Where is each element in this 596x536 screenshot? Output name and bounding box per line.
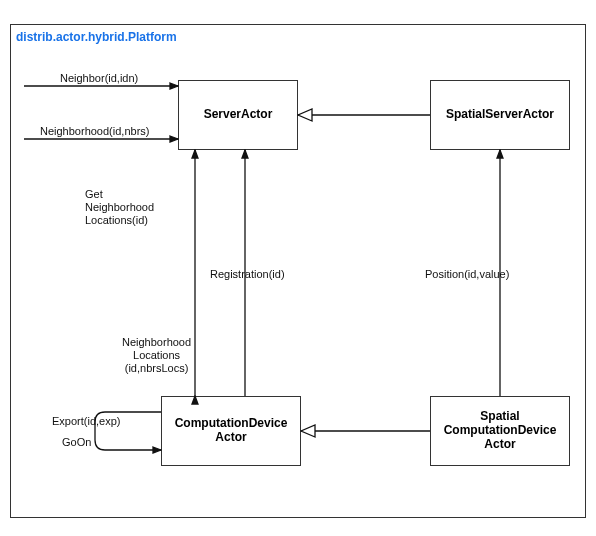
msg-registration: Registration(id) [210, 268, 285, 281]
diagram-canvas: distrib.actor.hybrid.Platform ServerActo… [0, 0, 596, 536]
class-server-actor: ServerActor [178, 80, 298, 150]
msg-goon: GoOn [62, 436, 91, 449]
class-label: ServerActor [204, 108, 273, 122]
class-label: Spatial ComputationDevice Actor [437, 410, 563, 451]
class-spatial-server-actor: SpatialServerActor [430, 80, 570, 150]
package-title: distrib.actor.hybrid.Platform [16, 30, 177, 44]
msg-get-neighborhood-locations: Get Neighborhood Locations(id) [85, 188, 154, 228]
msg-position: Position(id,value) [425, 268, 509, 281]
class-label: SpatialServerActor [446, 108, 554, 122]
class-spatial-computation-device-actor: Spatial ComputationDevice Actor [430, 396, 570, 466]
msg-neighbor: Neighbor(id,idn) [60, 72, 138, 85]
msg-neighborhood-locations: Neighborhood Locations (id,nbrsLocs) [122, 336, 191, 376]
msg-neighborhood: Neighborhood(id,nbrs) [40, 125, 149, 138]
class-computation-device-actor: ComputationDevice Actor [161, 396, 301, 466]
msg-export: Export(id,exp) [52, 415, 120, 428]
class-label: ComputationDevice Actor [168, 417, 294, 445]
